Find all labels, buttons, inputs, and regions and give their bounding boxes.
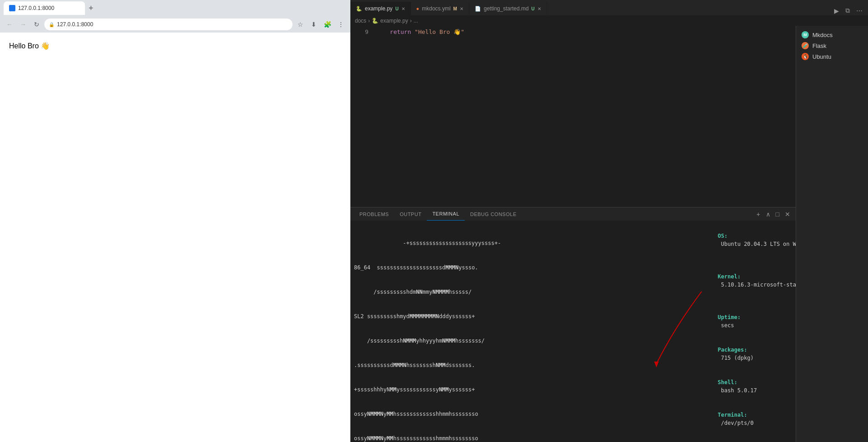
- sidebar-item-flask[interactable]: 🧪 Flask: [796, 40, 868, 51]
- terminal-left: -+sssssssssssssssssssyyyssss+- 86_64 sss…: [354, 223, 656, 440]
- editor-tabs: 🐍 example.py U ✕ ● mkdocs.yml M ✕ 📄 gett…: [350, 0, 868, 16]
- browser-nav: ← → ↻ 🔒 127.0.0.1:8000 ☆ ⬇ 🧩 ⋮: [0, 16, 350, 33]
- reload-button[interactable]: ↻: [31, 19, 42, 30]
- browser-tabs: 127.0.0.1:8000 +: [0, 0, 350, 16]
- sidebar-icon-flask: 🧪: [802, 42, 809, 49]
- breadcrumb-ellipsis[interactable]: ...: [414, 18, 418, 24]
- more-actions-button[interactable]: ⋯: [854, 6, 864, 15]
- tab-badge-m: M: [453, 6, 457, 11]
- sidebar-label-mkdocs: Mkdocs: [812, 32, 833, 38]
- tab-badge-u2: U: [531, 6, 534, 11]
- breadcrumb-docs[interactable]: docs: [355, 18, 366, 24]
- tab-close-example-py[interactable]: ✕: [401, 6, 405, 11]
- sysinfo-packages: Packages: 715 (dpkg): [665, 338, 792, 370]
- tab-icon-py: 🐍: [356, 6, 362, 12]
- panel-close[interactable]: ✕: [783, 210, 792, 219]
- tab-label-getting-started: getting_started.md: [484, 5, 528, 12]
- browser-tab[interactable]: 127.0.0.1:8000: [4, 1, 85, 15]
- sidebar-item-mkdocs[interactable]: M Mkdocs: [796, 29, 868, 40]
- breadcrumb-sep2: ›: [410, 18, 412, 24]
- tab-title: 127.0.0.1:8000: [18, 5, 54, 11]
- sysinfo-uptime: Uptime: secs: [665, 305, 792, 338]
- extensions-button[interactable]: 🧩: [321, 19, 333, 30]
- sysinfo-kernel: Kernel: 5.10.16.3-microsoft-standard-W: [665, 264, 792, 297]
- neofetch-art: -+sssssssssssssssssssyyyssss+- 86_64 sss…: [354, 223, 656, 442]
- back-button[interactable]: ←: [4, 19, 15, 30]
- tab-debug-console[interactable]: DEBUG CONSOLE: [465, 208, 522, 221]
- sidebar-label-flask: Flask: [812, 42, 826, 49]
- sidebar-item-ubuntu[interactable]: 🐧 Ubuntu: [796, 51, 868, 62]
- tab-terminal[interactable]: TERMINAL: [427, 208, 465, 221]
- tab-close-getting-started[interactable]: ✕: [538, 6, 541, 11]
- sysinfo-terminal: Terminal: /dev/pts/0: [665, 403, 792, 435]
- split-editor-button[interactable]: ⧉: [844, 6, 852, 15]
- lock-icon: 🔒: [49, 22, 54, 27]
- tab-badge-u1: U: [395, 6, 398, 11]
- tab-mkdocs-yml[interactable]: ● mkdocs.yml M ✕: [411, 2, 469, 15]
- line-number-9: 9: [355, 28, 368, 36]
- sidebar: M Mkdocs 🧪 Flask 🐧 Ubuntu: [796, 26, 868, 442]
- forward-button[interactable]: →: [17, 19, 29, 30]
- terminal-content: -+sssssssssssssssssssyyyssss+- 86_64 sss…: [350, 221, 796, 442]
- panel-tabs: PROBLEMS OUTPUT TERMINAL DEBUG CONSOLE +…: [350, 207, 796, 221]
- app-container: 127.0.0.1:8000 + ← → ↻ 🔒 127.0.0.1:8000 …: [0, 0, 868, 442]
- tab-close-mkdocs[interactable]: ✕: [460, 6, 463, 11]
- bookmark-star-button[interactable]: ☆: [294, 19, 306, 30]
- sysinfo-cpu: CPU: Intel i3-8100 (4) @ 3.600GHz: [665, 435, 792, 442]
- sidebar-icon-mkdocs: M: [802, 31, 809, 38]
- vscode-main: 9 return "Hello Bro 👋" PROBLEMS OUTPUT T…: [350, 26, 868, 442]
- sidebar-label-ubuntu: Ubuntu: [812, 53, 831, 60]
- breadcrumb-sep1: ›: [368, 18, 370, 24]
- tab-favicon: [9, 5, 15, 11]
- download-button[interactable]: ⬇: [308, 19, 320, 30]
- browser-window: 127.0.0.1:8000 + ← → ↻ 🔒 127.0.0.1:8000 …: [0, 0, 350, 442]
- sysinfo-os: OS: Ubuntu 20.04.3 LTS on Windows 10 x: [665, 224, 792, 256]
- code-editor: 9 return "Hello Bro 👋": [350, 26, 796, 207]
- breadcrumb: docs › 🐍 example.py › ...: [350, 16, 868, 26]
- tab-output[interactable]: OUTPUT: [394, 208, 427, 221]
- panel-actions: + ∧ □ ✕: [755, 210, 792, 219]
- new-terminal-button[interactable]: +: [755, 210, 762, 219]
- tab-icon-yml: ●: [416, 6, 420, 11]
- tab-getting-started[interactable]: 📄 getting_started.md U ✕: [469, 2, 547, 15]
- editor-panel: 9 return "Hello Bro 👋" PROBLEMS OUTPUT T…: [350, 26, 796, 442]
- run-button[interactable]: ▶: [832, 6, 841, 15]
- bottom-panel: PROBLEMS OUTPUT TERMINAL DEBUG CONSOLE +…: [350, 207, 796, 442]
- terminal-sysinfo: OS: Ubuntu 20.04.3 LTS on Windows 10 x K…: [656, 223, 792, 440]
- code-content: return "Hello Bro 👋": [376, 28, 464, 36]
- browser-content: Hello Bro 👋: [0, 33, 350, 442]
- tab-problems[interactable]: PROBLEMS: [354, 208, 394, 221]
- url-text: 127.0.0.1:8000: [57, 21, 93, 28]
- page-hello-text: Hello Bro 👋: [9, 42, 50, 50]
- browser-chrome: 127.0.0.1:8000 + ← → ↻ 🔒 127.0.0.1:8000 …: [0, 0, 350, 33]
- code-line-9: 9 return "Hello Bro 👋": [350, 28, 796, 36]
- panel-chevron-up[interactable]: ∧: [764, 210, 772, 219]
- tab-example-py[interactable]: 🐍 example.py U ✕: [350, 2, 411, 15]
- panel-maximize[interactable]: □: [774, 210, 781, 219]
- tab-label-example-py: example.py: [365, 5, 392, 12]
- tab-label-mkdocs: mkdocs.yml: [422, 5, 450, 12]
- new-tab-button[interactable]: +: [89, 4, 94, 13]
- sysinfo-blank2: [665, 297, 792, 305]
- sysinfo-blank1: [665, 256, 792, 264]
- editor-actions: ▶ ⧉ ⋯: [829, 6, 868, 15]
- address-bar[interactable]: 🔒 127.0.0.1:8000: [44, 19, 292, 30]
- breadcrumb-file-icon: 🐍: [372, 18, 378, 24]
- vscode-window: 🐍 example.py U ✕ ● mkdocs.yml M ✕ 📄 gett…: [350, 0, 868, 442]
- sidebar-icon-ubuntu: 🐧: [802, 53, 809, 60]
- tab-icon-md: 📄: [475, 6, 481, 12]
- menu-button[interactable]: ⋮: [335, 19, 347, 30]
- breadcrumb-example-py[interactable]: example.py: [380, 18, 408, 24]
- sysinfo-shell: Shell: bash 5.0.17: [665, 370, 792, 403]
